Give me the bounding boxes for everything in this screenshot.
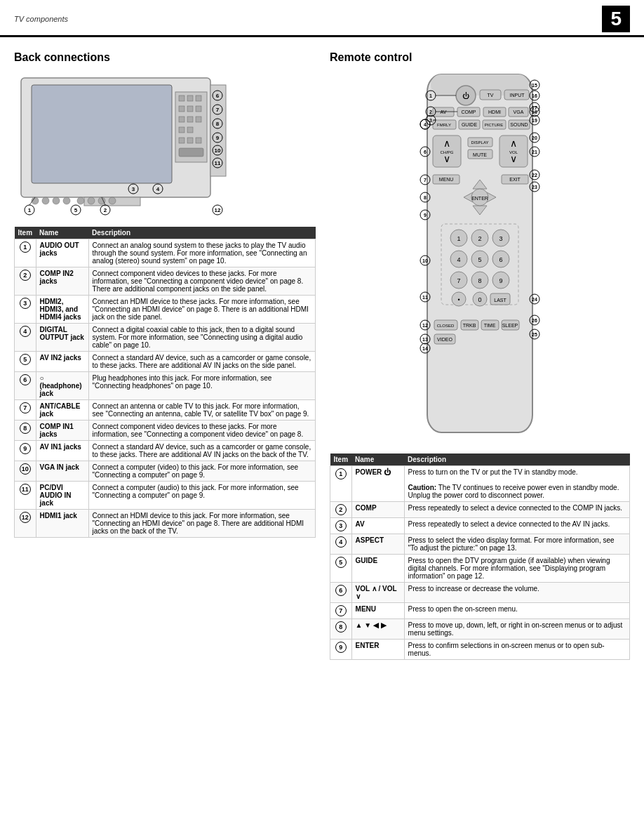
remote-diagram-container: ⏻ TV INPUT AV COMP HDMI VGA FMRLY: [330, 71, 630, 443]
svg-rect-29: [179, 95, 185, 101]
item-num: 1: [330, 465, 352, 501]
svg-text:MENU: MENU: [439, 177, 454, 182]
item-desc: Connect an HDMI device to these jacks. F…: [88, 295, 315, 323]
svg-text:AV: AV: [441, 110, 447, 114]
svg-text:7: 7: [457, 277, 460, 284]
svg-text:⏻: ⏻: [462, 92, 469, 100]
item-desc: Connect an antenna or cable TV to this j…: [88, 399, 315, 420]
item-name: AV IN2 jacks: [36, 351, 88, 371]
svg-point-47: [63, 197, 70, 204]
svg-text:12: 12: [422, 323, 428, 328]
item-num: 6: [330, 582, 352, 602]
item-desc: Connect a digital coaxial cable to this …: [88, 323, 315, 351]
svg-text:4: 4: [457, 256, 460, 263]
svg-text:•: •: [457, 296, 459, 303]
table-row: 11 PC/DVI AUDIO IN jack Connect a comput…: [15, 481, 316, 509]
item-num: 7: [330, 602, 352, 618]
svg-rect-32: [179, 106, 185, 112]
svg-text:25: 25: [532, 332, 537, 337]
col-header-name: Name: [36, 227, 88, 239]
item-name: DIGITAL OUTPUT jack: [36, 323, 88, 351]
item-num: 7: [15, 399, 36, 420]
table-row: 3 AV Press repeatedly to select a device…: [330, 517, 630, 534]
svg-text:SOUND: SOUND: [510, 122, 528, 127]
table-row: 10 VGA IN jack Connect a computer (video…: [15, 461, 316, 481]
item-name: COMP IN1 jacks: [36, 420, 88, 440]
table-row: 8 COMP IN1 jacks Connect component video…: [15, 420, 316, 440]
item-desc: Connect a standard AV device, such as a …: [88, 351, 315, 371]
svg-text:CH/PG: CH/PG: [440, 150, 453, 154]
item-num: 3: [15, 295, 36, 323]
item-name: VGA IN jack: [36, 461, 88, 481]
svg-text:TRKB: TRKB: [463, 323, 476, 328]
item-desc: Press repeatedly to select a device conn…: [404, 501, 629, 517]
item-desc: Connect a computer (video) to this jack.…: [88, 461, 315, 481]
item-name: PC/DVI AUDIO IN jack: [36, 481, 88, 509]
item-name: ANT/CABLE jack: [36, 399, 88, 420]
table-row: 7 MENU Press to open the on-screen menu.: [330, 602, 630, 618]
item-num: 11: [15, 481, 36, 509]
item-name: HDMI2, HDMI3, and HDMI4 jacks: [36, 295, 88, 323]
svg-rect-35: [179, 117, 185, 122]
svg-rect-40: [179, 138, 185, 143]
svg-text:22: 22: [532, 173, 537, 178]
item-desc: Press to increase or decrease the volume…: [404, 582, 629, 602]
remote-control-table: Item Name Description 1 POWER ⏻ Press to…: [330, 454, 630, 660]
svg-text:21: 21: [532, 150, 537, 154]
table-row: 6 VOL ∧ / VOL ∨ Press to increase or dec…: [330, 582, 630, 602]
table-row: 9 ENTER Press to confirm selections in o…: [330, 639, 630, 659]
svg-text:8: 8: [478, 277, 481, 284]
svg-text:HDMI: HDMI: [488, 110, 501, 114]
svg-text:∧: ∧: [443, 138, 450, 149]
item-name: HDMI1 jack: [36, 509, 88, 537]
item-num: 9: [15, 440, 36, 461]
svg-point-49: [88, 197, 95, 204]
svg-text:7: 7: [424, 178, 427, 183]
item-name: AV: [351, 517, 404, 534]
item-name: AUDIO OUT jacks: [36, 239, 88, 267]
main-content: Back connections 1 2: [0, 37, 644, 667]
svg-text:6: 6: [424, 150, 427, 154]
svg-text:6: 6: [216, 93, 220, 99]
item-desc: Connect a standard AV device, such as a …: [88, 440, 315, 461]
svg-point-51: [109, 197, 116, 204]
item-name: POWER ⏻: [351, 465, 404, 501]
item-desc: Press to confirm selections in on-screen…: [404, 639, 629, 659]
item-desc: Plug headphones into this jack. For more…: [88, 371, 315, 399]
col-header-item: Item: [15, 227, 36, 239]
svg-rect-1: [32, 85, 172, 183]
svg-text:7: 7: [216, 107, 220, 113]
col-header-item-r: Item: [330, 454, 352, 466]
svg-text:4: 4: [156, 186, 160, 192]
item-num: 5: [330, 554, 352, 582]
item-desc: Press to move up, down, left, or right i…: [404, 618, 629, 639]
svg-text:19: 19: [532, 118, 537, 123]
header-title: TV components: [14, 15, 68, 23]
item-name: ▲ ▼ ◀ ▶: [351, 618, 404, 639]
item-name: MENU: [351, 602, 404, 618]
table-row: 8 ▲ ▼ ◀ ▶ Press to move up, down, left, …: [330, 618, 630, 639]
item-num: 10: [15, 461, 36, 481]
item-desc: Press repeatedly to select a device conn…: [404, 517, 629, 534]
col-header-desc: Description: [88, 227, 315, 239]
svg-text:1: 1: [457, 235, 460, 242]
svg-text:EXIT: EXIT: [509, 177, 521, 182]
item-num: 3: [330, 517, 352, 534]
table-row: 5 AV IN2 jacks Connect a standard AV dev…: [15, 351, 316, 371]
svg-text:5: 5: [478, 256, 481, 263]
svg-text:14: 14: [422, 346, 428, 351]
item-desc: Press to select the video display format…: [404, 534, 629, 554]
svg-rect-34: [196, 106, 201, 112]
left-column: Back connections 1 2: [14, 51, 316, 660]
svg-text:2: 2: [429, 110, 432, 114]
item-name: VOL ∧ / VOL ∨: [351, 582, 404, 602]
item-num: 4: [15, 323, 36, 351]
item-num: 5: [15, 351, 36, 371]
svg-rect-43: [179, 148, 203, 157]
svg-text:0: 0: [478, 296, 481, 303]
back-connections-title: Back connections: [14, 51, 316, 64]
svg-text:∧: ∧: [510, 138, 517, 149]
svg-rect-37: [196, 117, 201, 122]
page-number: 5: [602, 6, 630, 32]
svg-text:COMP: COMP: [462, 110, 476, 114]
